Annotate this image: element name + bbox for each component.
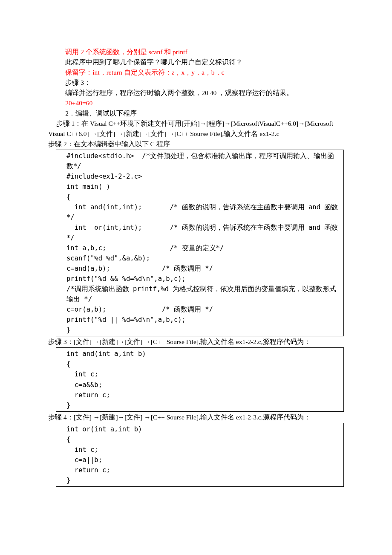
code-line: printf("%d || %d=%d\n",a,b,c); [66,315,340,325]
code-block-3: int or(int a,int b) { int c; c=a||b; ret… [56,423,344,487]
code-line: printf("%d && %d=%d\n",a,b,c); [66,274,340,284]
code-line: int and(int,int); /* 函数的说明，告诉系统在主函数中要调用 … [66,202,340,223]
code-block-1: #include<stdio.h> /*文件预处理，包含标准输入输出库，程序可调… [56,150,344,336]
code-line: } [66,400,340,410]
question-text: 此程序中用到了哪几个保留字？哪几个用户自定义标识符？ [48,57,344,67]
code-line: int a,b,c; /* 变量的定义*/ [66,243,340,253]
code-line: #include<stdio.h> /*文件预处理，包含标准输入输出库，程序可调… [66,151,340,171]
code-line: /*调用系统输出函数 printf,%d 为格式控制符，依次用后面的变量值填充，… [66,284,340,304]
section-heading: 2．编辑、调试以下程序 [48,108,344,119]
body-text: 步骤 4：[文件] →[新建]→[文件] →[C++ Sourse File],… [48,412,344,422]
code-line: int or(int a,int b) [66,424,340,434]
code-line: { [66,192,340,202]
code-line: int and(int a,int b) [66,349,340,359]
code-line: c=a||b; [66,455,340,465]
code-line: { [66,359,340,369]
body-text: 步骤 3：[文件] →[新建]→[文件] →[C++ Sourse File],… [48,337,344,347]
code-line: return c; [66,465,340,475]
code-block-2: int and(int a,int b) { int c; c=a&&b; re… [56,347,344,411]
code-line: } [66,325,340,335]
code-line: c=and(a,b); /* 函数调用 */ [66,263,340,274]
body-text: 编译并运行程序，程序运行时输入两个整数，20 40 ，观察程序运行的结果。 [48,88,344,98]
code-line: c=a&&b; [66,380,340,390]
body-text: 步骤 2：在文本编辑器中输入以下 C 程序 [48,139,344,149]
answer-text: 保留字：int，return 自定义表示符：z，x，y，a，b，c [48,67,344,78]
code-line: #include<ex1-2-2.c> [66,171,340,182]
code-line: return c; [66,390,340,400]
code-line: } [66,475,340,486]
code-line: scanf("%d %d",&a,&b); [66,253,340,263]
code-line: { [66,434,340,445]
document-page: 调用 2 个系统函数，分别是 scanf 和 printf 此程序中用到了哪几个… [0,0,392,555]
code-line: int c; [66,369,340,379]
step-label: 步骤 3： [48,78,344,88]
body-text: 步骤 1：在 Visual C++环境下新建文件可用[开始]→[程序]→[Mic… [48,119,344,139]
code-line: c=or(a,b); /* 函数调用 */ [66,304,340,315]
answer-text: 调用 2 个系统函数，分别是 scanf 和 printf [48,47,344,57]
code-line: int main( ) [66,182,340,192]
answer-text: 20+40=60 [48,98,344,108]
code-line: int or(int,int); /* 函数的说明，告诉系统在主函数中要调用 a… [66,223,340,243]
code-line: int c; [66,445,340,455]
